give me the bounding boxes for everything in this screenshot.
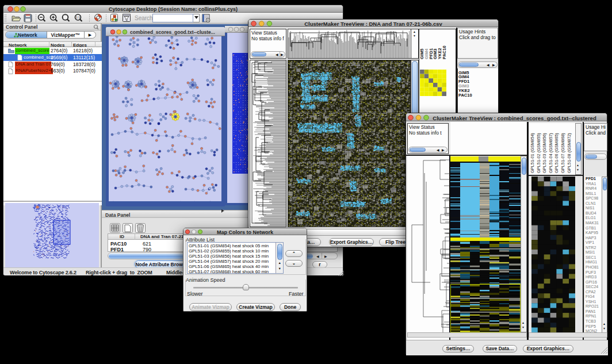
svg-text:GPL51-02 (GSM855): GPL51-02 (GSM855): [536, 133, 541, 173]
svg-text:GPL51-07 (GSM868): GPL51-07 (GSM868): [560, 133, 565, 173]
svg-text:1:1: 1:1: [76, 16, 80, 19]
svg-text:GPL51-06 (GSM865): GPL51-06 (GSM865): [554, 133, 559, 173]
svg-text:PAC10: PAC10: [442, 45, 447, 59]
svg-text:GPL51-01 (GSM854): GPL51-01 (GSM854): [530, 133, 535, 173]
svg-text:GPL51-03 (GSM856): GPL51-03 (GSM856): [542, 133, 547, 173]
svg-text:GPL51-04 (GSM857): GPL51-04 (GSM857): [548, 133, 553, 173]
svg-text:GPL51-08 (GSM872): GPL51-08 (GSM872): [567, 133, 572, 173]
